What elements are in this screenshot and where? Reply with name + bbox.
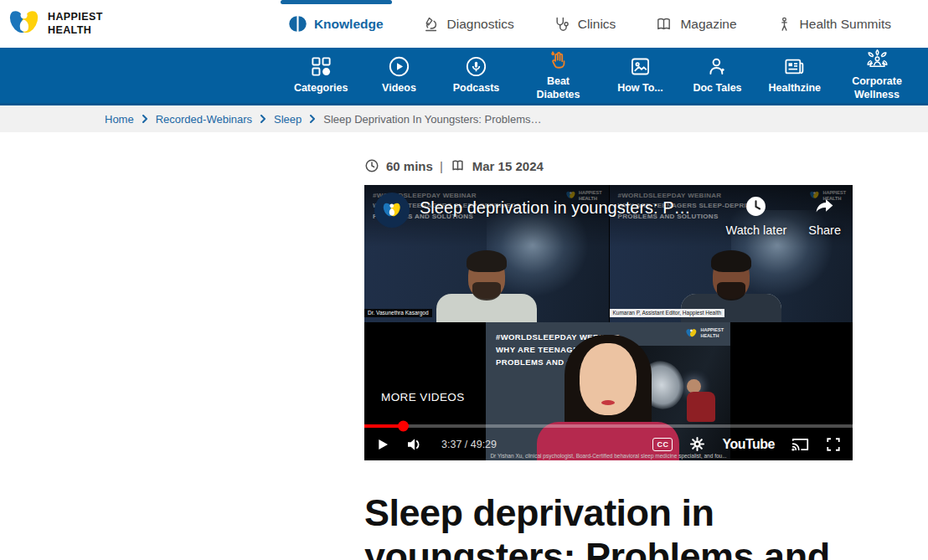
youtube-logo[interactable]: YouTube [722,437,775,452]
video-actions: Watch later Share [726,196,842,237]
secondary-nav: Categories Videos Podcasts [0,48,928,105]
subnav-label: Categories [294,82,348,95]
subnav-item-categories[interactable]: Categories [294,55,348,95]
nav-item-health-summits[interactable]: Health Summits [776,0,891,48]
settings-gear-icon[interactable] [689,436,705,452]
teen-reading-silhouette [687,379,715,429]
speaker-name-left: Dr. Vasunethra Kasargod [364,309,432,318]
breadcrumb-home[interactable]: Home [105,113,134,126]
newspaper-icon [783,55,806,78]
youtube-player[interactable]: #WORLDSLEEPDAY WEBINAR WHY ARE TEENAGERS… [364,185,853,460]
brand-line2: HEALTH [48,24,103,38]
nav-item-knowledge[interactable]: Knowledge [289,0,384,48]
nav-item-magazine[interactable]: Magazine [655,0,736,48]
stethoscope-icon [554,16,570,33]
nav-item-clinics[interactable]: Clinics [554,0,616,48]
image-icon [629,55,652,78]
subnav-label: Beat Diabetes [527,75,589,101]
nav-item-diagnostics[interactable]: Diagnostics [423,0,514,48]
left-speaker-silhouette [436,255,537,322]
breadcrumb-sleep[interactable]: Sleep [274,113,302,126]
subnav-item-beat-diabetes[interactable]: Beat Diabetes [527,49,589,101]
share-button[interactable]: Share [808,196,841,237]
video-control-bar: 3:37 / 49:29 CC YouTube [364,428,853,460]
happiest-health-heart-icon [7,6,42,43]
date-text: Mar 15 2024 [472,159,544,173]
volume-button[interactable] [406,437,425,452]
watch-later-clock-icon [745,196,766,219]
article-meta: 60 mins | Mar 15 2024 [364,158,853,173]
breadcrumb-chevron-icon [142,115,148,123]
subnav-label: Corporate Wellness [846,75,908,101]
captions-button[interactable]: CC [652,438,673,451]
lotus-icon [866,49,889,71]
book-icon [450,158,466,173]
person-icon [706,55,729,78]
subnav-item-videos[interactable]: Videos [373,55,425,95]
summit-person-icon [776,16,792,33]
primary-nav: Knowledge Diagnostics Clini [289,0,928,48]
subnav-label: Videos [382,82,416,95]
breadcrumb: Home Recorded-Webinars Sleep Sleep Depri… [0,105,928,132]
nav-label: Diagnostics [447,17,514,32]
nav-label: Health Summits [800,17,891,32]
page-title: Sleep deprivation in youngsters: Problem… [364,491,853,560]
happiest-health-mini-logo: HAPPIEST HEALTH [685,327,724,339]
clock-icon [364,158,379,173]
microscope-icon [423,16,440,33]
subnav-label: Doc Tales [693,82,741,95]
site-header: HAPPIEST HEALTH Knowledge [0,0,928,48]
subnav-item-doc-tales[interactable]: Doc Tales [691,55,743,95]
nav-label: Clinics [578,17,616,32]
video-title[interactable]: Sleep deprivation in youngsters: Problem… [420,198,696,218]
play-circle-icon [388,55,410,78]
time-display: 3:37 / 49:29 [441,439,497,450]
subnav-item-how-to[interactable]: How To... [614,55,666,95]
subnav-label: Podcasts [453,82,500,95]
youtube-top-overlay: Sleep deprivation in youngsters: Problem… [364,185,853,247]
breadcrumb-current: Sleep Deprivation In Youngsters: Problem… [323,113,541,126]
subnav-item-podcasts[interactable]: Podcasts [450,55,502,95]
brand-line1: HAPPIEST [48,11,103,24]
meta-separator: | [440,159,443,173]
breadcrumb-recorded-webinars[interactable]: Recorded-Webinars [156,113,252,126]
subnav-item-corporate-wellness[interactable]: Corporate Wellness [846,49,908,101]
speaker-name-right: Kumaran P, Assistant Editor, Happiest He… [610,309,725,318]
fullscreen-button[interactable] [826,437,841,452]
brand-logo[interactable]: HAPPIEST HEALTH [0,6,103,43]
duration-text: 60 mins [386,159,433,173]
grid-icon [310,55,333,78]
knowledge-icon [289,15,307,33]
share-arrow-icon [814,196,835,219]
breadcrumb-chevron-icon [260,115,266,123]
channel-avatar[interactable] [374,193,410,228]
mic-circle-icon [465,55,487,78]
nav-label: Knowledge [314,17,384,32]
cast-icon[interactable] [791,437,809,452]
hand-drop-icon [547,49,570,71]
article-main: 60 mins | Mar 15 2024 #WORLDSLEEPDAY WEB… [364,158,853,560]
play-button[interactable] [376,438,389,451]
breadcrumb-chevron-icon [309,115,316,123]
more-videos-label[interactable]: MORE VIDEOS [381,391,465,403]
open-book-icon [655,16,673,33]
subnav-item-healthzine[interactable]: Healthzine [768,55,821,95]
subnav-label: Healthzine [768,82,821,95]
watch-later-button[interactable]: Watch later [726,196,787,237]
subnav-label: How To... [617,82,663,95]
nav-label: Magazine [680,17,736,32]
